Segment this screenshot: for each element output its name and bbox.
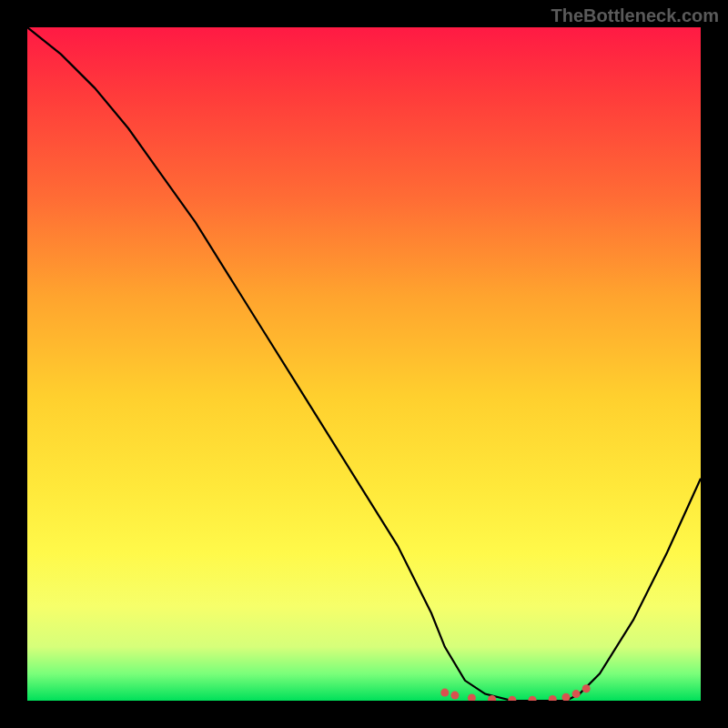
plot-area [27,27,701,701]
marker-dot [468,694,476,702]
marker-dot [450,692,459,700]
highlight-markers [440,684,590,701]
marker-dot [562,693,571,701]
bottleneck-curve [27,27,701,701]
watermark-text: TheBottleneck.com [551,5,719,26]
marker-dot [508,696,516,701]
curve-svg [27,27,701,701]
marker-dot [582,684,591,693]
marker-dot [440,689,449,697]
marker-dot [529,696,537,701]
marker-dot [549,695,557,701]
marker-dot [572,690,581,698]
